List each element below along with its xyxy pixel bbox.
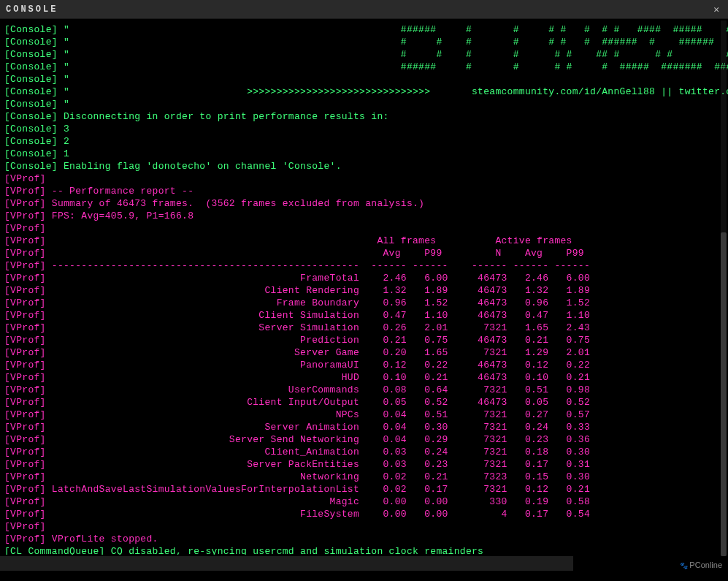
- console-line: [Console] " ###### # # # # # ##### #####…: [4, 61, 724, 73]
- console-line: [VProf] FrameTotal 2.46 6.00 46473 2.46 …: [4, 272, 724, 284]
- console-line: [Console] ": [4, 73, 724, 86]
- console-line: [Console] Enabling flag 'donotecho' on c…: [4, 160, 724, 172]
- console-output[interactable]: [Console] " ###### # # # # # # # #### ##…: [0, 19, 728, 555]
- window-title: CONSOLE: [6, 4, 58, 15]
- console-line: [VProf] Avg P99 N Avg P99: [4, 247, 724, 259]
- console-line: [VProf] Client_Animation 0.03 0.24 7321 …: [4, 446, 724, 458]
- console-line: [VProf] Server Simulation 0.26 2.01 7321…: [4, 322, 724, 334]
- console-line: [Console] " # # # # # # # ###### # #####…: [4, 36, 724, 48]
- titlebar: CONSOLE ✕: [0, 0, 728, 19]
- console-line: [VProf] Server Animation 0.04 0.30 7321 …: [4, 421, 724, 433]
- console-line: [VProf] Client Input/Output 0.05 0.52 46…: [4, 396, 724, 409]
- console-line: [VProf] Server Send Networking 0.04 0.29…: [4, 433, 724, 446]
- console-line: [VProf] Networking 0.02 0.21 7323 0.15 0…: [4, 471, 724, 483]
- console-line: [VProf] NPCs 0.04 0.51 7321 0.27 0.57: [4, 409, 724, 421]
- console-line: [VProf] Magic 0.00 0.00 330 0.19 0.58: [4, 495, 724, 508]
- console-line: [VProf] All frames Active frames: [4, 235, 724, 247]
- console-line: [VProf] Client Rendering 1.32 1.89 46473…: [4, 284, 724, 297]
- console-line: [Console] " ###### # # # # # # # #### ##…: [4, 23, 724, 36]
- console-line: [VProf] VProfLite stopped.: [4, 533, 724, 545]
- console-line: [VProf] Client Simulation 0.47 1.10 4647…: [4, 309, 724, 322]
- console-line: [Console] 2: [4, 135, 724, 148]
- console-line: [Console] " # # # # # # ## # # # #: [4, 48, 724, 61]
- console-line: [VProf] FPS: Avg=405.9, P1=166.8: [4, 210, 724, 222]
- console-line: [Console] ": [4, 98, 724, 110]
- console-line: [Console] " >>>>>>>>>>>>>>>>>>>>>>>>>>>>…: [4, 86, 724, 98]
- console-line: [VProf] PanoramaUI 0.12 0.22 46473 0.12 …: [4, 359, 724, 371]
- console-line: [VProf]: [4, 222, 724, 235]
- scrollbar-track[interactable]: [721, 20, 727, 556]
- console-line: [CL CommandQueue] CQ disabled, re-syncin…: [4, 545, 724, 555]
- command-input[interactable]: [0, 556, 573, 571]
- scrollbar-thumb[interactable]: [721, 232, 727, 556]
- input-bar: [0, 556, 728, 571]
- console-line: [VProf] -- Performance report --: [4, 185, 724, 197]
- console-line: [VProf] Prediction 0.21 0.75 46473 0.21 …: [4, 334, 724, 346]
- console-line: [VProf] Frame Boundary 0.96 1.52 46473 0…: [4, 297, 724, 309]
- console-line: [VProf] --------------------------------…: [4, 259, 724, 272]
- watermark: PConline: [680, 561, 722, 569]
- console-line: [VProf] UserCommands 0.08 0.64 7321 0.51…: [4, 384, 724, 396]
- console-line: [VProf] Summary of 46473 frames. (3562 f…: [4, 197, 724, 210]
- console-line: [VProf]: [4, 520, 724, 533]
- console-line: [VProf] HUD 0.10 0.21 46473 0.10 0.21: [4, 371, 724, 384]
- close-icon[interactable]: ✕: [710, 4, 722, 15]
- console-line: [VProf] FileSystem 0.00 0.00 4 0.17 0.54: [4, 508, 724, 520]
- console-line: [VProf]: [4, 172, 724, 185]
- console-line: [Console] Disconnecting in order to prin…: [4, 110, 724, 123]
- console-line: [Console] 1: [4, 148, 724, 160]
- console-line: [VProf] Server Game 0.20 1.65 7321 1.29 …: [4, 346, 724, 359]
- console-line: [Console] 3: [4, 123, 724, 135]
- console-line: [VProf] LatchAndSaveLastSimulationValues…: [4, 483, 724, 495]
- console-line: [VProf] Server PackEntities 0.03 0.23 73…: [4, 458, 724, 471]
